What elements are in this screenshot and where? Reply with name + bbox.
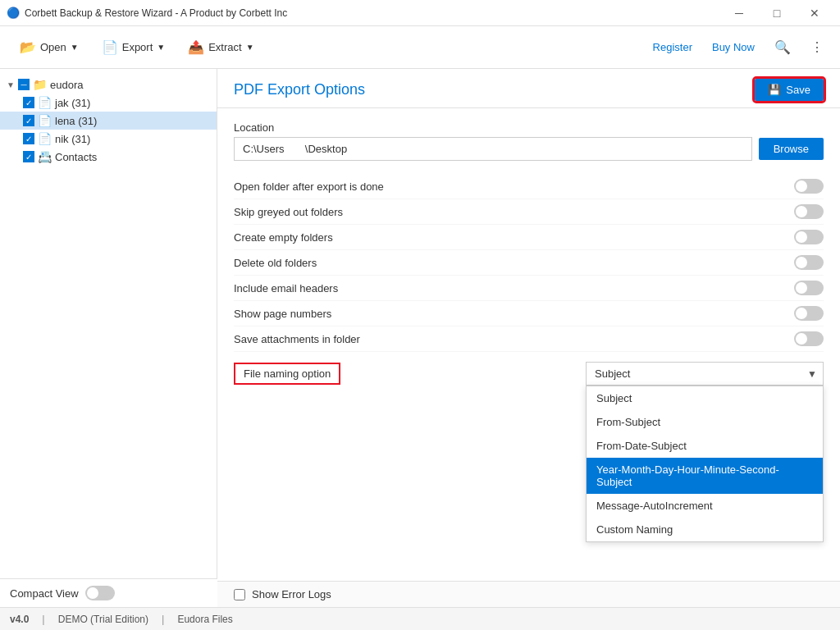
toggle-knob-1 <box>796 206 807 217</box>
statusbar: v4.0 | DEMO (Trial Edition) | Eudora Fil… <box>0 607 840 630</box>
save-icon: 💾 <box>768 84 781 96</box>
export-dropdown-icon: ▼ <box>157 43 165 52</box>
compact-view-label: Compact View <box>10 587 79 600</box>
toggle-3[interactable] <box>794 255 824 270</box>
toggle-label-3: Delete old folders <box>234 257 317 269</box>
toggle-1[interactable] <box>794 204 824 219</box>
toggle-label-6: Save attachments in folder <box>234 333 360 345</box>
close-button[interactable]: ✕ <box>796 0 833 26</box>
maximize-button[interactable]: □ <box>758 0 796 26</box>
checkbox-contacts[interactable]: ✓ <box>23 151 34 162</box>
toggle-rows: Open folder after export is done Skip gr… <box>234 174 824 352</box>
checkbox-jak[interactable]: ✓ <box>23 97 34 108</box>
toggle-row-6: Save attachments in folder <box>234 326 824 352</box>
toggle-knob-0 <box>796 180 807 192</box>
toggle-0[interactable] <box>794 179 824 194</box>
export-button[interactable]: 📄 Export ▼ <box>92 34 175 60</box>
tree-label-jak: jak (31) <box>55 97 90 109</box>
extract-dropdown-icon: ▼ <box>246 43 254 52</box>
toolbar-right: Register Buy Now 🔍 ⋮ <box>646 36 830 58</box>
toggle-2[interactable] <box>794 230 824 244</box>
dropdown-option[interactable]: Year-Month-Day-Hour-Minute-Second-Subjec… <box>587 458 823 494</box>
location-group: Location Browse <box>234 121 824 161</box>
window-controls: ─ □ ✕ <box>720 0 833 26</box>
dropdown-option[interactable]: Custom Naming <box>587 518 823 541</box>
location-row: Browse <box>234 137 824 161</box>
tree-label-lena: lena (31) <box>55 115 97 127</box>
compact-view-row: Compact View <box>0 578 217 607</box>
toggle-knob-3 <box>796 257 807 268</box>
compact-view-toggle[interactable] <box>85 586 115 600</box>
version-label: v4.0 <box>10 614 29 625</box>
file-naming-select[interactable]: SubjectFrom-SubjectFrom-Date-SubjectYear… <box>586 362 824 386</box>
source-label: Eudora Files <box>177 614 232 625</box>
save-button[interactable]: 💾 Save <box>755 79 824 101</box>
toggle-label-1: Skip greyed out folders <box>234 206 343 218</box>
export-icon: 📄 <box>102 39 118 55</box>
toggle-row-5: Show page numbers <box>234 301 824 326</box>
tree-label-contacts: Contacts <box>55 151 97 163</box>
content-area: PDF Export Options 💾 Save Location Brows… <box>217 69 840 607</box>
sidebar: ▼ ─ 📁 eudora ✓ 📄 jak (31) ✓ 📄 lena (31) … <box>0 69 217 607</box>
dropdown-option[interactable]: From-Date-Subject <box>587 434 823 458</box>
toolbar: 📂 Open ▼ 📄 Export ▼ 📤 Extract ▼ Register… <box>0 26 840 69</box>
checkbox-lena[interactable]: ✓ <box>23 115 34 126</box>
content-body: Location Browse Open folder after export… <box>217 108 840 581</box>
more-options-button[interactable]: ⋮ <box>804 36 830 58</box>
folder-icon-eudora: 📁 <box>33 78 47 91</box>
toggle-row-4: Include email headers <box>234 276 824 301</box>
dropdown-option[interactable]: Message-AutoIncrement <box>587 494 823 518</box>
toggle-knob-4 <box>796 282 807 294</box>
tree-item-lena[interactable]: ✓ 📄 lena (31) <box>0 112 217 130</box>
file-icon-jak: 📄 <box>38 96 52 109</box>
tree-label-nik: nik (31) <box>55 133 90 145</box>
show-error-logs-checkbox[interactable] <box>234 589 245 600</box>
toggle-5[interactable] <box>794 306 824 321</box>
dropdown-option[interactable]: Subject <box>587 386 823 410</box>
content-header: PDF Export Options 💾 Save <box>217 69 840 108</box>
toggle-knob-6 <box>796 333 807 345</box>
file-naming-label: File naming option <box>234 363 340 385</box>
tree-item-contacts[interactable]: ✓ 📇 Contacts <box>0 148 217 166</box>
buynow-button[interactable]: Buy Now <box>705 38 761 57</box>
toggle-row-0: Open folder after export is done <box>234 174 824 199</box>
search-button[interactable]: 🔍 <box>768 36 797 58</box>
contacts-icon: 📇 <box>38 150 52 163</box>
open-dropdown-icon: ▼ <box>71 43 79 52</box>
minimize-button[interactable]: ─ <box>720 0 758 26</box>
tree-item-eudora[interactable]: ▼ ─ 📁 eudora <box>0 75 217 94</box>
titlebar: 🔵 Corbett Backup & Restore Wizard - A Pr… <box>0 0 840 26</box>
toggle-6[interactable] <box>794 331 824 346</box>
file-naming-dropdown-container: SubjectFrom-SubjectFrom-Date-SubjectYear… <box>586 362 824 386</box>
dropdown-option[interactable]: From-Subject <box>587 410 823 434</box>
file-icon-nik: 📄 <box>38 132 52 145</box>
main-layout: ▼ ─ 📁 eudora ✓ 📄 jak (31) ✓ 📄 lena (31) … <box>0 69 840 607</box>
location-label: Location <box>234 121 824 134</box>
error-logs-row: Show Error Logs <box>217 581 840 607</box>
toggle-knob-5 <box>796 308 807 319</box>
register-button[interactable]: Register <box>646 38 699 57</box>
file-naming-row: File naming option SubjectFrom-SubjectFr… <box>234 355 824 392</box>
toggle-row-1: Skip greyed out folders <box>234 199 824 225</box>
expand-icon: ▼ <box>7 80 18 89</box>
extract-button[interactable]: 📤 Extract ▼ <box>178 34 263 60</box>
checkbox-eudora[interactable]: ─ <box>18 79 30 90</box>
open-button[interactable]: 📂 Open ▼ <box>10 34 89 60</box>
page-title: PDF Export Options <box>234 81 365 98</box>
open-icon: 📂 <box>20 39 36 55</box>
toggle-label-2: Create empty folders <box>234 231 333 244</box>
toggle-row-3: Delete old folders <box>234 250 824 276</box>
toggle-label-0: Open folder after export is done <box>234 180 384 193</box>
tree-item-nik[interactable]: ✓ 📄 nik (31) <box>0 130 217 148</box>
location-input[interactable] <box>234 137 752 161</box>
checkbox-nik[interactable]: ✓ <box>23 133 34 144</box>
extract-icon: 📤 <box>188 39 204 55</box>
toggle-row-2: Create empty folders <box>234 225 824 250</box>
browse-button[interactable]: Browse <box>759 138 824 160</box>
tree-item-jak[interactable]: ✓ 📄 jak (31) <box>0 94 217 112</box>
toggle-label-5: Show page numbers <box>234 308 331 320</box>
dropdown-options-list[interactable]: SubjectFrom-SubjectFrom-Date-SubjectYear… <box>586 386 824 542</box>
toggle-label-4: Include email headers <box>234 282 338 294</box>
toggle-4[interactable] <box>794 281 824 295</box>
toggle-knob <box>87 587 98 599</box>
